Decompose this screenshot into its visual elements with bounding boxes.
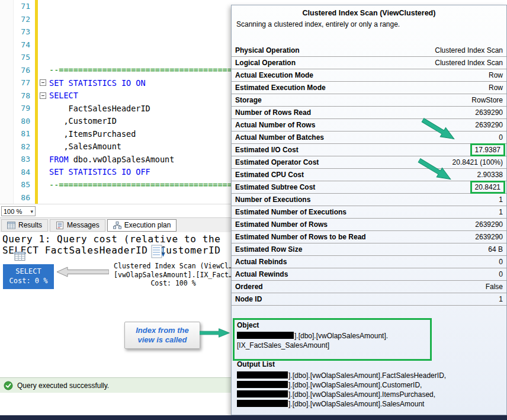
line-number: 71 [14,2,31,11]
editor-line[interactable]: 74 [0,39,231,52]
code-token: SELECT [49,91,78,100]
value-highlight-box: 20.8421 [470,181,505,194]
output-list-text: ].[dbo].[vwOlapSalesAmount].CustomerID, [288,381,422,389]
operator-tooltip: Clustered Index Scan (ViewClustered) Sca… [231,5,507,415]
property-value: 0 [499,256,503,268]
tab-label: Results [18,221,42,229]
property-value: 1 [499,194,503,206]
editor-glyph-margin [0,178,14,191]
tooltip-property-row: OrderedFalse [232,281,506,293]
property-value: Row [489,69,503,81]
line-number: 77 [14,78,31,87]
tooltip-property-row: Estimated I/O Cost17.9387 [232,144,506,156]
editor-line[interactable]: 80 ,CustomerID [0,115,231,128]
code-token: dbo.vwOlapSalesAmount [69,155,175,164]
editor-line[interactable]: 73 [0,25,231,39]
fold-collapse-button[interactable] [40,79,46,86]
fold-margin [38,39,48,52]
property-value: 1 [499,206,503,218]
sql-editor[interactable]: 717273747576--==========================… [0,0,231,204]
minus-glyph [41,95,44,96]
editor-glyph-margin [0,127,14,140]
fold-margin [38,25,48,39]
annotation-arrow [200,327,230,339]
property-label: Number of Executions [235,194,310,206]
editor-line[interactable]: 82 ,SalesAmount [0,140,231,153]
tooltip-property-row: Actual Number of Batches0 [232,132,506,144]
tooltip-property-row: Actual Rewinds0 [232,268,506,281]
tooltip-property-row: Estimated CPU Cost2.90338 [232,169,506,181]
property-label: Actual Execution Mode [235,69,313,81]
result-grid-icon [14,251,26,262]
editor-line[interactable]: 81 ,ItemsPurchased [0,127,231,140]
tooltip-property-row: Physical OperationClustered Index Scan [232,44,506,57]
object-value-line: ].[dbo].[vwOlapSalesAmount]. [237,332,388,340]
line-number: 79 [14,104,31,113]
editor-line[interactable]: 83FROM dbo.vwOlapSalesAmount [0,153,231,166]
property-value: 2639290 [475,119,503,131]
tooltip-property-row: Logical OperationClustered Index Scan [232,57,506,69]
plan-node-select[interactable]: SELECT Cost: 0 % [3,264,54,289]
plan-node-scan[interactable]: Clustered Index Scan (ViewCl… [vwOlapSal… [110,262,231,288]
editor-line[interactable]: 75 [0,51,231,64]
editor-glyph-margin [0,64,14,77]
tooltip-property-row: Estimated Number of Rows to be Read26392… [232,231,506,243]
property-value: Clustered Index Scan [435,44,503,56]
line-number: 72 [14,15,31,24]
code-token: --======================================… [49,180,231,190]
property-value: 1 [499,293,503,305]
fold-collapse-button[interactable] [40,92,46,99]
property-label: Estimated CPU Cost [235,169,304,181]
code-text: SELECT [48,91,231,100]
code-text: FROM dbo.vwOlapSalesAmount [48,155,231,164]
property-label: Estimated Subtree Cost [235,181,315,193]
line-number: 83 [14,155,31,163]
fold-margin [38,76,48,89]
code-token: SET STATISTICS IO OFF [49,167,150,177]
redacted-database-name [237,400,288,407]
editor-line[interactable]: 72 [0,13,231,26]
editor-line[interactable]: 71 [0,0,231,13]
plan-node-label: SELECT [3,267,54,276]
output-list-item: ].[dbo].[vwOlapSalesAmount].CustomerID, [237,380,504,390]
editor-line[interactable]: 84SET STATISTICS IO OFF [0,166,231,179]
line-number: 85 [14,180,31,189]
property-label: Actual Rewinds [235,268,288,280]
code-token: SET STATISTICS IO ON [49,78,146,88]
value-highlight-box: 17.9387 [470,143,505,156]
redacted-database-name [237,390,288,397]
plan-query-statement: SELECT FactSalesHeaderID ,CustomerID [2,245,220,256]
fold-margin [38,13,48,26]
property-label: Estimated Number of Rows to be Read [235,231,366,243]
editor-line[interactable]: 85--====================================… [0,178,231,191]
results-grid-icon [7,222,15,229]
tooltip-property-row: Estimated Row Size64 B [232,243,506,256]
code-token: ,ItemsPurchased [49,129,136,139]
editor-line[interactable]: 86 [0,191,231,204]
tooltip-property-row: Actual Number of Rows2639290 [232,119,506,132]
fold-margin [38,127,48,140]
editor-line[interactable]: 79 FactSalesHeaderID [0,102,231,115]
fold-margin [38,64,48,77]
fold-margin [38,115,48,128]
annotation-text: Index from the [136,326,189,335]
property-value: 2639290 [475,219,503,230]
zoom-dropdown[interactable]: 100 % ▾ [1,206,36,216]
code-text: SET STATISTICS IO ON [48,78,231,88]
tab-execution-plan[interactable]: Execution plan [107,219,177,232]
editor-line[interactable]: 77SET STATISTICS IO ON [0,76,231,89]
fold-margin [38,166,48,179]
tab-results[interactable]: Results [1,219,48,232]
tooltip-property-row: Number of Executions1 [232,194,506,206]
editor-line[interactable]: 78SELECT [0,89,231,102]
property-label: Actual Rebinds [235,256,287,268]
tab-label: Execution plan [124,221,171,229]
code-token: --======================================… [49,65,231,75]
property-label: Ordered [235,281,263,293]
plan-node-object: [vwOlapSalesAmount].[IX_Fact… [110,271,231,280]
editor-glyph-margin [0,191,14,204]
tooltip-property-row: Actual Execution ModeRow [232,69,506,82]
editor-line[interactable]: 76--====================================… [0,64,231,77]
tab-messages[interactable]: Messages [50,219,105,232]
editor-glyph-margin [0,166,14,179]
